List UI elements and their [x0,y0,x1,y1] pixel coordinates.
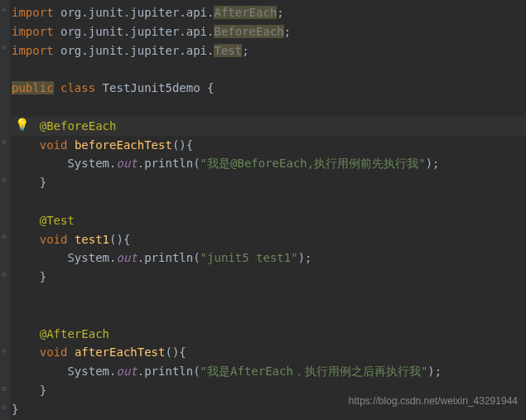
fold-icon[interactable]: ⊟ [2,270,6,278]
fold-icon[interactable]: ⊖ [2,346,6,355]
code-line: } [10,268,526,287]
code-line: @Test [10,211,526,230]
code-line: import org.junit.jupiter.api.BeforeEach; [10,22,526,41]
intention-bulb-icon[interactable]: 💡 [15,118,29,131]
fold-icon[interactable]: ⊖ [2,5,6,13]
code-line: void test1(){ [10,230,526,249]
code-line: System.out.println("我是AfterEach，执行用例之后再执… [10,362,526,381]
code-line: } [10,173,526,192]
code-line [10,98,526,117]
code-line: System.out.println("我是@BeforeEach,执行用例前先… [10,154,526,173]
code-line-active: @BeforeEach [10,117,526,136]
fold-icon[interactable]: ⊖ [2,43,6,51]
fold-icon[interactable]: ⊖ [2,232,6,240]
fold-icon[interactable]: ⊟ [2,403,6,411]
code-content[interactable]: import org.junit.jupiter.api.AfterEach; … [10,0,526,420]
fold-icon[interactable]: ⊟ [2,176,6,184]
watermark-text: https://blog.csdn.net/weixin_43291944 [349,395,518,407]
code-line: void afterEachTest(){ [10,343,526,362]
code-line: public class TestJunit5demo { [10,79,526,98]
fold-icon[interactable]: ⊟ [2,384,6,393]
code-line [10,192,526,211]
fold-icon[interactable]: ⊖ [2,138,6,146]
code-line: import org.junit.jupiter.api.AfterEach; [10,3,526,22]
code-line: void beforeEachTest(){ [10,136,526,155]
code-line [10,306,526,325]
code-line [10,287,526,306]
code-line: System.out.println("junit5 test1"); [10,249,526,268]
editor-gutter: ⊖ ⊖ ⊖ ⊟ ⊖ ⊟ ⊖ ⊟ ⊟ [0,0,10,420]
code-line: @AfterEach [10,325,526,344]
code-editor[interactable]: ⊖ ⊖ ⊖ ⊟ ⊖ ⊟ ⊖ ⊟ ⊟ import org.junit.jupit… [0,0,526,420]
code-line: import org.junit.jupiter.api.Test; [10,41,526,60]
code-line [10,60,526,79]
